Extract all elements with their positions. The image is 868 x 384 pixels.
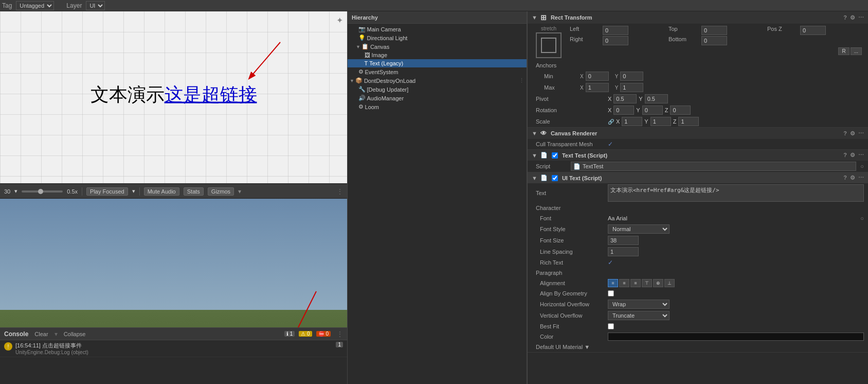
align-left-button[interactable]: ≡ bbox=[608, 279, 618, 287]
max-y-input[interactable] bbox=[620, 83, 643, 92]
hierarchy-icon: 📦 bbox=[355, 77, 363, 84]
hierarchy-item-audiomanager[interactable]: 🔊AudioManager bbox=[348, 94, 527, 102]
rect-help-icon[interactable]: ? bbox=[843, 14, 847, 21]
scale-y-input[interactable] bbox=[650, 117, 671, 126]
text-textarea[interactable] bbox=[608, 184, 864, 202]
console-collapse-button[interactable]: Collapse bbox=[62, 331, 88, 337]
script-circle-icon[interactable]: ○ bbox=[860, 163, 864, 169]
hierarchy-item-image[interactable]: 🖼Image bbox=[348, 51, 527, 59]
tag-select[interactable]: Untagged bbox=[16, 1, 54, 10]
console-row-0[interactable]: ! [16:54:11] 点击超链接事件 UnityEngine.Debug:L… bbox=[0, 340, 347, 357]
align-middle-button[interactable]: ⊕ bbox=[653, 279, 663, 287]
horiz-overflow-select[interactable]: Wrap bbox=[608, 300, 670, 309]
tt-help-icon[interactable]: ? bbox=[843, 152, 847, 159]
hierarchy-item-debug-updater[interactable]: 🔧[Debug Updater] bbox=[348, 85, 527, 94]
best-fit-value bbox=[608, 323, 864, 329]
max-x-input[interactable] bbox=[586, 83, 609, 92]
font-circle-icon[interactable]: ○ bbox=[860, 215, 864, 221]
hierarchy-item-text-legacy[interactable]: TText (Legacy) bbox=[348, 59, 527, 67]
align-bottom-button[interactable]: ⊥ bbox=[664, 279, 675, 287]
canvas-more-icon[interactable]: ⋯ bbox=[858, 130, 864, 137]
canvas-renderer-icons: ? ⚙ ⋯ bbox=[843, 130, 864, 137]
hierarchy-icon: 💡 bbox=[358, 34, 366, 41]
hierarchy-item-eventsystem[interactable]: ⚙EventSystem bbox=[348, 67, 527, 76]
rot-x-input[interactable] bbox=[613, 106, 634, 115]
left-input[interactable] bbox=[603, 26, 628, 35]
cull-label: Cull Transparent Mesh bbox=[536, 141, 608, 147]
rot-z-input[interactable] bbox=[670, 106, 691, 115]
best-fit-checkbox[interactable] bbox=[608, 323, 614, 329]
font-style-select[interactable]: Normal bbox=[608, 224, 670, 234]
layer-select[interactable]: UI bbox=[86, 1, 105, 10]
console-icon-warn: ! bbox=[4, 342, 12, 351]
rect-more-icon[interactable]: ⋯ bbox=[858, 14, 864, 21]
scale-x-input[interactable] bbox=[622, 117, 642, 126]
uit-help-icon[interactable]: ? bbox=[843, 174, 847, 181]
hierarchy-item-main-camera[interactable]: 📷Main Camera bbox=[348, 25, 527, 33]
line-spacing-input[interactable] bbox=[608, 247, 639, 256]
bpe-button[interactable]: ... bbox=[851, 47, 862, 55]
scale-z-input[interactable] bbox=[678, 117, 699, 126]
hierarchy-icon: 🔧 bbox=[358, 86, 366, 93]
align-center-button[interactable]: ≡ bbox=[619, 279, 629, 287]
font-label: Font bbox=[536, 215, 608, 221]
pivot-x-input[interactable] bbox=[613, 94, 637, 103]
reset-button[interactable]: R bbox=[838, 47, 849, 55]
stats-button[interactable]: Stats bbox=[184, 187, 204, 196]
min-x-input[interactable] bbox=[586, 72, 609, 81]
console-message-0: [16:54:11] 点击超链接事件 UnityEngine.Debug:Log… bbox=[15, 342, 88, 355]
console-count-0: 1 bbox=[336, 342, 343, 347]
vert-overflow-select[interactable]: Truncate bbox=[608, 311, 670, 320]
hierarchy-label: AudioManager bbox=[367, 95, 404, 101]
console-clear-button[interactable]: Clear bbox=[32, 331, 50, 337]
scale-slider[interactable] bbox=[22, 190, 63, 193]
hierarchy-item-canvas[interactable]: ▼📋Canvas bbox=[348, 42, 527, 51]
cull-checkbox[interactable]: ✓ bbox=[608, 141, 613, 148]
rect-transform-section: ▼ ⊞ Rect Transform ? ⚙ ⋯ stretch bbox=[528, 11, 868, 128]
best-fit-label: Best Fit bbox=[536, 323, 608, 329]
canvas-help-icon[interactable]: ? bbox=[843, 130, 847, 137]
vert-overflow-value: Truncate bbox=[608, 311, 864, 320]
tt-settings-icon[interactable]: ⚙ bbox=[850, 152, 855, 159]
canvas-collapse-icon[interactable]: ▼ bbox=[532, 130, 537, 136]
toolbar-sep2 bbox=[139, 187, 140, 196]
character-row: Character bbox=[528, 203, 868, 213]
paragraph-row: Paragraph bbox=[528, 268, 868, 278]
rot-y-input[interactable] bbox=[642, 106, 663, 115]
console-header: Console Clear ▾ Collapse ℹ 1 ⚠ 0 ⛔ 0 ⋮ bbox=[0, 328, 347, 340]
canvas-settings-icon[interactable]: ⚙ bbox=[850, 130, 855, 137]
pivot-y-input[interactable] bbox=[645, 94, 668, 103]
rect-collapse-icon[interactable]: ▼ bbox=[532, 14, 537, 21]
ui-text-collapse[interactable]: ▼ bbox=[532, 175, 537, 181]
align-top-button[interactable]: ⊤ bbox=[642, 279, 652, 287]
uit-settings-icon[interactable]: ⚙ bbox=[850, 174, 855, 181]
hierarchy-item-directional-light[interactable]: 💡Directional Light bbox=[348, 33, 527, 42]
kebab-icon[interactable]: ⋮ bbox=[519, 77, 525, 84]
scale-value: 0.5x bbox=[67, 188, 78, 195]
ui-text-enabled[interactable] bbox=[552, 175, 558, 181]
rich-text-checkbox[interactable]: ✓ bbox=[608, 259, 613, 266]
align-by-geo-checkbox[interactable] bbox=[608, 290, 614, 296]
tt-more-icon[interactable]: ⋯ bbox=[858, 152, 864, 159]
top-input[interactable] bbox=[701, 26, 727, 35]
posz-input[interactable] bbox=[800, 26, 826, 35]
rect-settings-icon[interactable]: ⚙ bbox=[850, 14, 855, 21]
text-test-enabled[interactable] bbox=[552, 152, 558, 159]
color-swatch[interactable] bbox=[608, 333, 864, 341]
min-y-input[interactable] bbox=[620, 72, 643, 81]
gizmos-button[interactable]: Gizmos bbox=[208, 187, 234, 196]
align-right-button[interactable]: ≡ bbox=[630, 279, 641, 287]
right-input[interactable] bbox=[603, 36, 628, 45]
bottom-input[interactable] bbox=[701, 36, 727, 45]
text-test-header: ▼ 📄 Text Test (Script) ? ⚙ ⋯ bbox=[528, 150, 868, 161]
ui-text-script-icon: 📄 bbox=[540, 174, 548, 181]
hierarchy-item-loom[interactable]: ⚙Loom bbox=[348, 102, 527, 111]
hierarchy-panel: Hierarchy 📷Main Camera 💡Directional Ligh… bbox=[347, 11, 527, 384]
play-focused-button[interactable]: Play Focused bbox=[86, 187, 128, 196]
text-test-collapse[interactable]: ▼ bbox=[532, 152, 537, 159]
color-label: Color bbox=[536, 334, 608, 340]
mute-audio-button[interactable]: Mute Audio bbox=[144, 187, 179, 196]
hierarchy-item-dontdestroyonload[interactable]: ▼📦DontDestroyOnLoad⋮ bbox=[348, 76, 527, 85]
font-size-input[interactable] bbox=[608, 236, 639, 245]
uit-more-icon[interactable]: ⋯ bbox=[858, 174, 864, 181]
